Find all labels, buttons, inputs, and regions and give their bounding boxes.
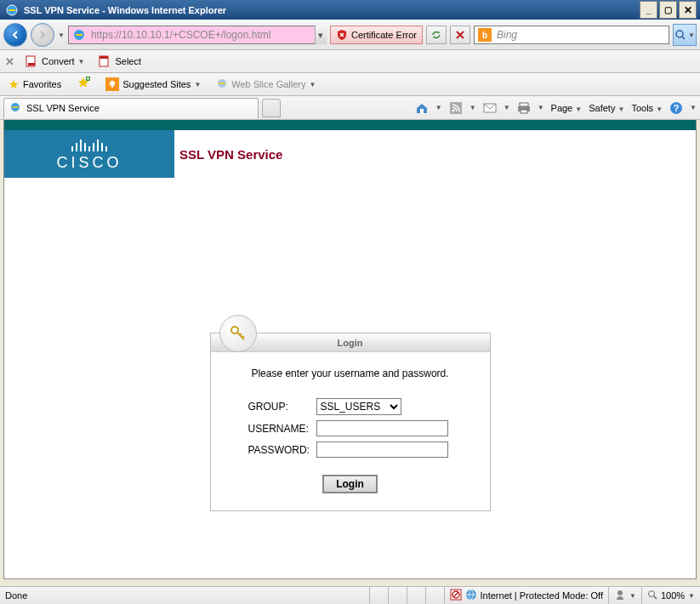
password-input[interactable] bbox=[316, 442, 448, 458]
window-title: SSL VPN Service - Windows Internet Explo… bbox=[22, 5, 640, 15]
stop-button[interactable] bbox=[450, 26, 470, 44]
blocked-icon bbox=[450, 589, 462, 602]
svg-rect-6 bbox=[100, 56, 108, 59]
keys-icon bbox=[219, 315, 257, 352]
title-bar: SSL VPN Service - Windows Internet Explo… bbox=[0, 0, 700, 20]
search-button[interactable]: ▼ bbox=[673, 24, 697, 46]
group-select[interactable]: SSL_USERS bbox=[316, 398, 401, 415]
search-input[interactable] bbox=[495, 29, 669, 41]
convert-label: Convert bbox=[42, 56, 75, 66]
navigation-bar: ▼ ▾ Certificate Error b ▼ bbox=[0, 20, 700, 50]
pdf-convert-icon bbox=[25, 54, 38, 68]
login-message: Please enter your username and password. bbox=[223, 368, 478, 379]
login-panel: Login Please enter your username and pas… bbox=[210, 333, 491, 511]
select-label: Select bbox=[115, 56, 141, 66]
zone-segment[interactable]: Internet | Protected Mode: Off bbox=[444, 587, 609, 604]
web-slice-label: Web Slice Gallery bbox=[231, 79, 305, 89]
svg-point-2 bbox=[676, 31, 683, 37]
feeds-dropdown[interactable]: ▼ bbox=[470, 104, 476, 111]
status-segment bbox=[369, 587, 388, 604]
page-header: CISCO SSL VPN Service bbox=[4, 130, 696, 178]
svg-point-25 bbox=[617, 590, 623, 595]
zoom-segment[interactable]: 100% ▼ bbox=[641, 587, 700, 604]
add-favorites-button[interactable] bbox=[73, 75, 94, 94]
close-button[interactable]: ✕ bbox=[679, 1, 697, 19]
home-icon[interactable] bbox=[415, 101, 429, 115]
window-controls: _ ▢ ✕ bbox=[640, 1, 697, 19]
accent-bar bbox=[4, 120, 696, 130]
tab-label: SSL VPN Service bbox=[26, 103, 100, 113]
print-icon[interactable] bbox=[517, 101, 531, 115]
favorites-button[interactable]: ★ Favorites bbox=[5, 76, 65, 93]
suggested-sites-label: Suggested Sites bbox=[122, 79, 191, 89]
home-dropdown[interactable]: ▼ bbox=[435, 104, 442, 111]
login-button[interactable]: Login bbox=[322, 475, 378, 493]
globe-icon bbox=[465, 589, 477, 602]
address-dropdown[interactable]: ▾ bbox=[315, 26, 327, 44]
toolbar-close-button[interactable]: ✕ bbox=[5, 55, 14, 68]
lightbulb-icon bbox=[105, 77, 119, 91]
group-label: GROUP: bbox=[248, 401, 316, 413]
suggested-sites-button[interactable]: Suggested Sites ▼ bbox=[102, 76, 204, 93]
safety-menu[interactable]: Safety ▼ bbox=[589, 103, 624, 113]
refresh-button[interactable] bbox=[426, 26, 447, 44]
favorites-label: Favorites bbox=[23, 79, 61, 89]
cisco-logo: CISCO bbox=[4, 130, 174, 178]
back-button[interactable] bbox=[3, 23, 27, 47]
privacy-icon bbox=[614, 589, 626, 602]
service-title: SSL VPN Service bbox=[179, 147, 282, 162]
status-bar: Done Internet | Protected Mode: Off ▼ 10… bbox=[0, 586, 700, 604]
svg-point-21 bbox=[231, 327, 238, 333]
help-icon[interactable]: ? bbox=[669, 101, 683, 115]
tools-menu[interactable]: Tools ▼ bbox=[631, 103, 663, 113]
nav-history-dropdown[interactable]: ▼ bbox=[58, 31, 65, 39]
search-bar: b bbox=[474, 26, 669, 44]
status-text: Done bbox=[0, 590, 369, 601]
convert-button[interactable]: Convert ▼ bbox=[21, 53, 88, 70]
browser-tab[interactable]: SSL VPN Service bbox=[3, 98, 259, 118]
star-icon: ★ bbox=[9, 77, 20, 91]
svg-rect-16 bbox=[520, 103, 528, 106]
certificate-error-label: Certificate Error bbox=[351, 30, 417, 40]
certificate-error-button[interactable]: Certificate Error bbox=[330, 26, 423, 44]
login-body: Please enter your username and password.… bbox=[211, 352, 490, 510]
command-bar: ▼ ▼ ▼ ▼ Page ▼ Safety ▼ Tools ▼ ? ▼ bbox=[415, 101, 697, 115]
add-star-icon bbox=[77, 77, 90, 92]
username-input[interactable] bbox=[316, 420, 448, 436]
print-dropdown[interactable]: ▼ bbox=[538, 104, 544, 111]
page-menu[interactable]: Page ▼ bbox=[551, 103, 583, 113]
username-label: USERNAME: bbox=[248, 423, 316, 435]
mail-dropdown[interactable]: ▼ bbox=[504, 104, 510, 111]
mail-icon[interactable] bbox=[483, 101, 497, 115]
help-dropdown[interactable]: ▼ bbox=[690, 104, 697, 111]
tab-site-icon bbox=[9, 101, 21, 115]
minimize-button[interactable]: _ bbox=[640, 1, 657, 19]
bing-icon: b bbox=[478, 28, 492, 42]
cisco-wordmark: CISCO bbox=[56, 154, 122, 172]
url-input[interactable] bbox=[89, 26, 315, 43]
zoom-icon bbox=[647, 590, 657, 601]
site-icon bbox=[72, 28, 86, 42]
privacy-segment[interactable]: ▼ bbox=[608, 587, 641, 604]
svg-rect-9 bbox=[111, 86, 113, 88]
feeds-icon[interactable] bbox=[449, 101, 463, 115]
cisco-bars-icon bbox=[71, 136, 107, 151]
maximize-button[interactable]: ▢ bbox=[659, 1, 677, 19]
zone-label: Internet | Protected Mode: Off bbox=[481, 590, 604, 601]
ie-small-icon bbox=[216, 77, 228, 91]
svg-rect-12 bbox=[420, 109, 424, 113]
favorites-bar: ★ Favorites Suggested Sites ▼ Web Slice … bbox=[0, 73, 700, 96]
svg-point-14 bbox=[452, 109, 454, 111]
web-slice-button[interactable]: Web Slice Gallery ▼ bbox=[213, 76, 319, 93]
forward-button[interactable] bbox=[31, 23, 54, 47]
new-tab-button[interactable] bbox=[262, 99, 281, 117]
status-segment bbox=[407, 587, 425, 604]
pdf-toolbar: ✕ Convert ▼ Select bbox=[0, 50, 700, 73]
status-segment bbox=[425, 587, 444, 604]
select-button[interactable]: Select bbox=[94, 53, 145, 70]
shield-icon bbox=[336, 29, 348, 41]
ie-icon bbox=[5, 3, 19, 17]
svg-text:?: ? bbox=[674, 103, 680, 113]
svg-point-26 bbox=[648, 591, 654, 597]
password-label: PASSWORD: bbox=[248, 444, 316, 456]
